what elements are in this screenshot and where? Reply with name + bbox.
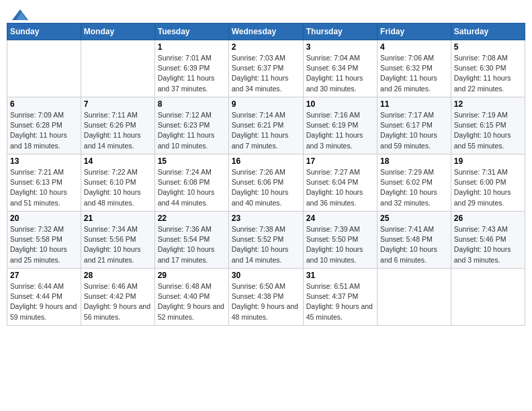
day-number: 2 <box>232 42 300 52</box>
day-info: Sunrise: 7:14 AM Sunset: 6:21 PM Dayligh… <box>232 110 300 151</box>
header-saturday: Saturday <box>451 24 525 40</box>
calendar-week-3: 13Sunrise: 7:21 AM Sunset: 6:13 PM Dayli… <box>7 154 525 212</box>
day-number: 11 <box>380 99 448 109</box>
day-info: Sunrise: 6:48 AM Sunset: 4:40 PM Dayligh… <box>158 281 226 322</box>
day-number: 17 <box>306 156 374 166</box>
day-number: 21 <box>84 214 152 223</box>
day-info: Sunrise: 7:24 AM Sunset: 6:08 PM Dayligh… <box>158 167 226 208</box>
day-info: Sunrise: 7:04 AM Sunset: 6:34 PM Dayligh… <box>306 53 374 94</box>
calendar-week-2: 6Sunrise: 7:09 AM Sunset: 6:28 PM Daylig… <box>7 97 525 154</box>
calendar-cell: 29Sunrise: 6:48 AM Sunset: 4:40 PM Dayli… <box>154 269 228 326</box>
calendar-cell: 26Sunrise: 7:43 AM Sunset: 5:46 PM Dayli… <box>451 212 525 269</box>
calendar-cell: 8Sunrise: 7:12 AM Sunset: 6:23 PM Daylig… <box>154 97 228 154</box>
header-thursday: Thursday <box>303 24 377 40</box>
calendar-cell: 21Sunrise: 7:34 AM Sunset: 5:56 PM Dayli… <box>81 212 154 269</box>
calendar-cell: 16Sunrise: 7:26 AM Sunset: 6:06 PM Dayli… <box>228 154 303 212</box>
day-info: Sunrise: 7:12 AM Sunset: 6:23 PM Dayligh… <box>158 110 226 151</box>
calendar-week-1: 1Sunrise: 7:01 AM Sunset: 6:39 PM Daylig… <box>7 40 525 97</box>
calendar-cell: 27Sunrise: 6:44 AM Sunset: 4:44 PM Dayli… <box>7 269 81 326</box>
calendar-cell: 31Sunrise: 6:51 AM Sunset: 4:37 PM Dayli… <box>303 269 377 326</box>
day-info: Sunrise: 7:09 AM Sunset: 6:28 PM Dayligh… <box>10 110 78 151</box>
calendar-cell: 15Sunrise: 7:24 AM Sunset: 6:08 PM Dayli… <box>154 154 228 212</box>
day-number: 7 <box>84 99 152 109</box>
calendar-cell: 12Sunrise: 7:19 AM Sunset: 6:15 PM Dayli… <box>451 97 525 154</box>
calendar-cell: 28Sunrise: 6:46 AM Sunset: 4:42 PM Dayli… <box>81 269 154 326</box>
day-number: 12 <box>454 99 522 109</box>
day-info: Sunrise: 6:51 AM Sunset: 4:37 PM Dayligh… <box>306 281 374 322</box>
day-number: 8 <box>158 99 226 109</box>
day-number: 27 <box>10 271 78 280</box>
calendar-cell <box>378 269 451 326</box>
calendar-cell <box>81 40 154 97</box>
day-info: Sunrise: 7:01 AM Sunset: 6:39 PM Dayligh… <box>158 53 226 94</box>
day-number: 19 <box>454 156 522 166</box>
day-info: Sunrise: 6:50 AM Sunset: 4:38 PM Dayligh… <box>232 281 300 322</box>
day-number: 3 <box>306 42 374 52</box>
day-number: 16 <box>232 156 300 166</box>
day-info: Sunrise: 7:38 AM Sunset: 5:52 PM Dayligh… <box>232 224 300 265</box>
day-info: Sunrise: 7:32 AM Sunset: 5:58 PM Dayligh… <box>10 224 78 265</box>
day-info: Sunrise: 7:21 AM Sunset: 6:13 PM Dayligh… <box>10 167 78 208</box>
day-info: Sunrise: 7:17 AM Sunset: 6:17 PM Dayligh… <box>380 110 448 151</box>
day-number: 4 <box>380 42 448 52</box>
header-monday: Monday <box>81 24 154 40</box>
header-tuesday: Tuesday <box>154 24 228 40</box>
calendar-cell: 2Sunrise: 7:03 AM Sunset: 6:37 PM Daylig… <box>228 40 303 97</box>
calendar-cell: 30Sunrise: 6:50 AM Sunset: 4:38 PM Dayli… <box>228 269 303 326</box>
day-info: Sunrise: 7:26 AM Sunset: 6:06 PM Dayligh… <box>232 167 300 208</box>
day-info: Sunrise: 6:44 AM Sunset: 4:44 PM Dayligh… <box>10 281 78 322</box>
day-number: 10 <box>306 99 374 109</box>
day-info: Sunrise: 7:27 AM Sunset: 6:04 PM Dayligh… <box>306 167 374 208</box>
day-info: Sunrise: 7:36 AM Sunset: 5:54 PM Dayligh… <box>158 224 226 265</box>
day-info: Sunrise: 7:11 AM Sunset: 6:26 PM Dayligh… <box>84 110 152 151</box>
day-number: 20 <box>10 214 78 223</box>
day-number: 22 <box>158 214 226 223</box>
calendar-cell: 1Sunrise: 7:01 AM Sunset: 6:39 PM Daylig… <box>154 40 228 97</box>
calendar-cell: 19Sunrise: 7:31 AM Sunset: 6:00 PM Dayli… <box>451 154 525 212</box>
day-number: 24 <box>306 214 374 223</box>
day-number: 5 <box>454 42 522 52</box>
day-info: Sunrise: 7:39 AM Sunset: 5:50 PM Dayligh… <box>306 224 374 265</box>
day-info: Sunrise: 7:16 AM Sunset: 6:19 PM Dayligh… <box>306 110 374 151</box>
day-info: Sunrise: 7:03 AM Sunset: 6:37 PM Dayligh… <box>232 53 300 94</box>
header-sunday: Sunday <box>7 24 81 40</box>
calendar-cell: 23Sunrise: 7:38 AM Sunset: 5:52 PM Dayli… <box>228 212 303 269</box>
calendar-cell: 13Sunrise: 7:21 AM Sunset: 6:13 PM Dayli… <box>7 154 81 212</box>
calendar-cell: 3Sunrise: 7:04 AM Sunset: 6:34 PM Daylig… <box>303 40 377 97</box>
day-number: 15 <box>158 156 226 166</box>
day-info: Sunrise: 7:31 AM Sunset: 6:00 PM Dayligh… <box>454 167 522 208</box>
header-friday: Friday <box>378 24 451 40</box>
calendar-week-4: 20Sunrise: 7:32 AM Sunset: 5:58 PM Dayli… <box>7 212 525 269</box>
day-info: Sunrise: 7:19 AM Sunset: 6:15 PM Dayligh… <box>454 110 522 151</box>
day-info: Sunrise: 7:41 AM Sunset: 5:48 PM Dayligh… <box>380 224 448 265</box>
day-info: Sunrise: 7:43 AM Sunset: 5:46 PM Dayligh… <box>454 224 522 265</box>
calendar-cell: 25Sunrise: 7:41 AM Sunset: 5:48 PM Dayli… <box>378 212 451 269</box>
logo-icon <box>12 9 28 20</box>
calendar-cell <box>7 40 81 97</box>
day-number: 23 <box>232 214 300 223</box>
calendar-week-5: 27Sunrise: 6:44 AM Sunset: 4:44 PM Dayli… <box>7 269 525 326</box>
day-number: 30 <box>232 271 300 280</box>
day-number: 9 <box>232 99 300 109</box>
page-header <box>7 7 525 20</box>
day-info: Sunrise: 7:34 AM Sunset: 5:56 PM Dayligh… <box>84 224 152 265</box>
day-info: Sunrise: 7:22 AM Sunset: 6:10 PM Dayligh… <box>84 167 152 208</box>
calendar-cell: 14Sunrise: 7:22 AM Sunset: 6:10 PM Dayli… <box>81 154 154 212</box>
calendar-cell: 7Sunrise: 7:11 AM Sunset: 6:26 PM Daylig… <box>81 97 154 154</box>
calendar-cell: 5Sunrise: 7:08 AM Sunset: 6:30 PM Daylig… <box>451 40 525 97</box>
calendar-cell: 17Sunrise: 7:27 AM Sunset: 6:04 PM Dayli… <box>303 154 377 212</box>
day-number: 18 <box>380 156 448 166</box>
calendar-cell: 10Sunrise: 7:16 AM Sunset: 6:19 PM Dayli… <box>303 97 377 154</box>
day-number: 28 <box>84 271 152 280</box>
logo <box>9 9 28 20</box>
day-number: 13 <box>10 156 78 166</box>
calendar-cell <box>451 269 525 326</box>
day-info: Sunrise: 7:08 AM Sunset: 6:30 PM Dayligh… <box>454 53 522 94</box>
calendar-cell: 9Sunrise: 7:14 AM Sunset: 6:21 PM Daylig… <box>228 97 303 154</box>
calendar-cell: 18Sunrise: 7:29 AM Sunset: 6:02 PM Dayli… <box>378 154 451 212</box>
calendar-cell: 4Sunrise: 7:06 AM Sunset: 6:32 PM Daylig… <box>378 40 451 97</box>
calendar-cell: 24Sunrise: 7:39 AM Sunset: 5:50 PM Dayli… <box>303 212 377 269</box>
day-number: 14 <box>84 156 152 166</box>
day-number: 1 <box>158 42 226 52</box>
calendar-cell: 11Sunrise: 7:17 AM Sunset: 6:17 PM Dayli… <box>378 97 451 154</box>
